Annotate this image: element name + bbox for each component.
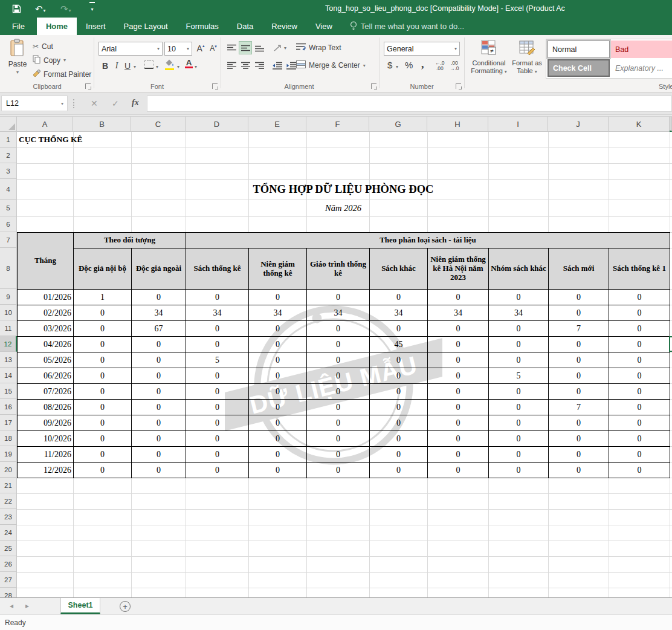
- row-header-1[interactable]: 1: [0, 132, 17, 148]
- table-header-col-6[interactable]: Sách khác: [370, 248, 428, 290]
- value-cell[interactable]: 0: [74, 447, 132, 463]
- value-cell[interactable]: 0: [428, 290, 489, 305]
- value-cell[interactable]: 5: [489, 368, 549, 384]
- value-cell[interactable]: 0: [74, 415, 132, 431]
- value-cell[interactable]: 0: [549, 305, 609, 321]
- customize-quick-access-toolbar-icon[interactable]: ▾: [89, 2, 95, 15]
- percent-style-icon[interactable]: %: [405, 60, 413, 70]
- value-cell[interactable]: 0: [74, 463, 132, 478]
- row-header-16[interactable]: 16: [0, 399, 17, 415]
- value-cell[interactable]: 1: [74, 290, 132, 305]
- value-cell[interactable]: 0: [249, 290, 307, 305]
- row-header-12[interactable]: 12: [0, 336, 17, 352]
- row-header-13[interactable]: 13: [0, 352, 17, 368]
- value-cell[interactable]: 34: [249, 305, 307, 321]
- column-header-J[interactable]: J: [548, 117, 609, 132]
- value-cell[interactable]: 0: [186, 415, 249, 431]
- value-cell[interactable]: 0: [249, 368, 307, 384]
- row-header-5[interactable]: 5: [0, 200, 17, 216]
- table-header-col-9[interactable]: Sách mới: [549, 248, 609, 290]
- tell-me-box[interactable]: Tell me what you want to do...: [350, 18, 464, 35]
- value-cell[interactable]: 0: [370, 400, 428, 415]
- value-cell[interactable]: 0: [489, 463, 549, 478]
- column-header-H[interactable]: H: [427, 117, 488, 132]
- value-cell[interactable]: 0: [132, 415, 186, 431]
- value-cell[interactable]: 0: [549, 290, 609, 305]
- value-cell[interactable]: 0: [609, 384, 670, 400]
- value-cell[interactable]: 0: [132, 447, 186, 463]
- value-cell[interactable]: 34: [307, 305, 370, 321]
- value-cell[interactable]: 0: [428, 447, 489, 463]
- fill-color-dropdown-icon[interactable]: ▾: [177, 64, 179, 70]
- report-subtitle[interactable]: Năm 2026: [17, 200, 670, 216]
- value-cell[interactable]: 0: [74, 337, 132, 352]
- column-header-A[interactable]: A: [17, 117, 73, 132]
- row-header-22[interactable]: 22: [0, 493, 17, 509]
- value-cell[interactable]: 0: [74, 352, 132, 368]
- value-cell[interactable]: 0: [428, 352, 489, 368]
- value-cell[interactable]: 0: [549, 463, 609, 478]
- worksheet[interactable]: CỤC THỐNG KÊ TỔNG HỢP DỮ LIỆU PHÒNG ĐỌC …: [0, 117, 672, 597]
- value-cell[interactable]: 0: [609, 368, 670, 384]
- cancel-icon[interactable]: ✕: [91, 99, 98, 108]
- table-header-col-3[interactable]: Sách thống kê: [186, 248, 249, 290]
- value-cell[interactable]: 0: [370, 290, 428, 305]
- row-header-14[interactable]: 14: [0, 368, 17, 383]
- prev-sheet-icon[interactable]: ◂: [10, 602, 13, 610]
- align-left-icon[interactable]: [225, 59, 238, 72]
- value-cell[interactable]: 0: [132, 400, 186, 415]
- month-cell[interactable]: 07/2026: [18, 384, 74, 400]
- month-cell[interactable]: 06/2026: [18, 368, 74, 384]
- value-cell[interactable]: 0: [249, 337, 307, 352]
- table-group-audience[interactable]: Theo đối tượng: [74, 233, 186, 248]
- value-cell[interactable]: 0: [307, 290, 370, 305]
- alignment-dialog-launcher-icon[interactable]: [371, 83, 376, 89]
- value-cell[interactable]: 0: [549, 352, 609, 368]
- month-cell[interactable]: 08/2026: [18, 400, 74, 415]
- column-header-C[interactable]: C: [131, 117, 186, 132]
- value-cell[interactable]: 0: [249, 463, 307, 478]
- value-cell[interactable]: 0: [307, 463, 370, 478]
- value-cell[interactable]: 0: [74, 321, 132, 337]
- enter-icon[interactable]: ✓: [112, 99, 119, 108]
- bottom-align-icon[interactable]: [253, 41, 266, 54]
- value-cell[interactable]: 0: [132, 368, 186, 384]
- row-header-18[interactable]: 18: [0, 430, 17, 446]
- month-cell[interactable]: 05/2026: [18, 352, 74, 368]
- value-cell[interactable]: 0: [186, 431, 249, 447]
- value-cell[interactable]: 0: [132, 384, 186, 400]
- value-cell[interactable]: 0: [428, 431, 489, 447]
- value-cell[interactable]: 0: [428, 368, 489, 384]
- value-cell[interactable]: 0: [549, 337, 609, 352]
- value-cell[interactable]: 0: [549, 447, 609, 463]
- font-color-icon[interactable]: A: [185, 58, 193, 68]
- value-cell[interactable]: 45: [370, 337, 428, 352]
- font-family-select[interactable]: Arial▾: [99, 42, 163, 56]
- name-box-dropdown-icon[interactable]: ▾: [61, 101, 63, 106]
- name-box[interactable]: L12▾: [1, 96, 68, 111]
- value-cell[interactable]: 0: [186, 384, 249, 400]
- value-cell[interactable]: 0: [307, 431, 370, 447]
- top-align-icon[interactable]: [225, 41, 238, 54]
- table-header-col-1[interactable]: Độc giả nội bộ: [74, 248, 132, 290]
- value-cell[interactable]: 0: [132, 337, 186, 352]
- row-header-24[interactable]: 24: [0, 525, 17, 541]
- value-cell[interactable]: 0: [489, 415, 549, 431]
- value-cell[interactable]: 0: [370, 463, 428, 478]
- value-cell[interactable]: 0: [74, 384, 132, 400]
- value-cell[interactable]: 0: [609, 463, 670, 478]
- number-dialog-launcher-icon[interactable]: [456, 83, 461, 89]
- row-header-11[interactable]: 11: [0, 320, 17, 336]
- value-cell[interactable]: 0: [489, 337, 549, 352]
- month-cell[interactable]: 12/2026: [18, 463, 74, 478]
- value-cell[interactable]: 0: [307, 352, 370, 368]
- value-cell[interactable]: 0: [249, 431, 307, 447]
- value-cell[interactable]: 0: [132, 431, 186, 447]
- value-cell[interactable]: 0: [249, 321, 307, 337]
- underline-button[interactable]: U: [123, 59, 132, 73]
- value-cell[interactable]: 0: [370, 384, 428, 400]
- align-right-icon[interactable]: [253, 59, 266, 72]
- value-cell[interactable]: 0: [428, 415, 489, 431]
- value-cell[interactable]: 7: [549, 400, 609, 415]
- row-header-10[interactable]: 10: [0, 305, 17, 320]
